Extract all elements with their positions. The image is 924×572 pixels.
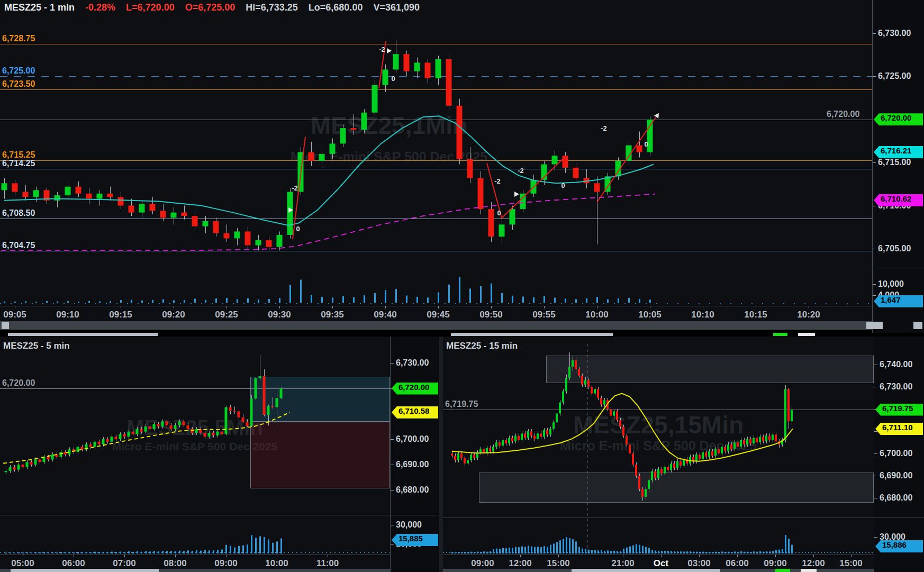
trading-workspace: 6,730.006,725.006,715.006,710.006,705.00… [0, 0, 924, 572]
volume-bar [775, 550, 777, 553]
volume-bar [183, 551, 185, 553]
candle-body [765, 435, 767, 441]
candle-body [259, 376, 261, 378]
volume-bar [537, 547, 539, 553]
time-tick-mark [226, 555, 227, 557]
time-tick-mark [756, 306, 756, 308]
volume-bar [175, 551, 176, 553]
volume-bar [149, 551, 151, 553]
volume-bar [531, 547, 532, 553]
volume-bar [166, 551, 168, 553]
volume-bar [187, 550, 189, 553]
candle-body [651, 471, 653, 480]
volume-bar [623, 549, 624, 553]
candle-body [216, 432, 219, 435]
candle-body [573, 168, 579, 178]
time-label: 12:00 [802, 558, 825, 569]
candle-body [502, 440, 504, 446]
time-tick-mark [775, 555, 776, 557]
time-tick-mark [121, 306, 121, 308]
volume-bar [556, 542, 558, 553]
volume-bar [73, 552, 75, 553]
time-tick-mark [597, 306, 597, 308]
volume-bar [474, 552, 475, 553]
volume-bar [613, 551, 615, 553]
volume-bar [110, 301, 111, 303]
volume-bar [480, 552, 482, 553]
candle-body [212, 433, 215, 435]
volume-bar [718, 552, 720, 553]
time-label: 15:00 [839, 558, 862, 569]
volume-bar [132, 552, 134, 553]
volume-bar [103, 552, 104, 553]
time-tick-mark [661, 555, 662, 557]
volume-bar [618, 298, 619, 303]
volume-bar [162, 299, 164, 303]
volume-bar [759, 551, 761, 553]
volume-bar [14, 302, 16, 303]
volume-bar [196, 550, 197, 553]
volume-bar [90, 552, 92, 553]
time-tick-mark [520, 555, 521, 557]
candle-body [791, 410, 793, 421]
volume-bar [152, 300, 153, 303]
time-label: 10:05 [638, 310, 661, 320]
volume-bar [586, 298, 587, 303]
volume-bar [575, 299, 577, 303]
volume-bar [321, 297, 323, 303]
volume-bar [264, 537, 265, 553]
volume-bar [721, 551, 723, 553]
volume-bar [636, 544, 637, 553]
volume-bar [209, 550, 210, 553]
volume-bar [715, 552, 717, 553]
candle-body [603, 400, 605, 404]
volume-bar [699, 552, 701, 553]
time-label: 09:00 [471, 558, 494, 569]
candle-body [17, 465, 20, 470]
volume-bar [353, 297, 355, 303]
candle-body [695, 455, 697, 461]
volume-bar [5, 552, 7, 553]
candle-body [635, 465, 637, 476]
time-label: 09:20 [162, 310, 185, 320]
volume-bar [750, 552, 751, 553]
candle-body [263, 376, 266, 415]
volume-bar [648, 548, 650, 553]
candle-body [524, 433, 526, 438]
candle-body [746, 439, 748, 445]
candle-body [619, 420, 621, 427]
candle-body [129, 206, 134, 213]
volume-bar [705, 552, 707, 553]
volume-bar [597, 550, 599, 553]
time-tick-mark [174, 306, 174, 308]
time-tick-mark [491, 306, 492, 308]
volume-bar [540, 547, 542, 553]
candle-body [537, 433, 539, 439]
time-label: 03:00 [687, 558, 710, 569]
volume-bar [639, 545, 640, 553]
volume-bar [31, 552, 32, 553]
volume-bar [230, 546, 231, 553]
volume-bar [690, 551, 691, 553]
volume-bar [521, 547, 523, 553]
time-label: 09:50 [479, 310, 502, 320]
volume-bar [242, 546, 244, 553]
candle-body [499, 224, 505, 237]
candle-body [372, 85, 378, 113]
candle-body [591, 387, 593, 394]
candle-body [451, 453, 453, 456]
candle-body [276, 398, 278, 407]
time-label: 10:20 [797, 310, 820, 320]
candle-body [170, 425, 173, 429]
time-tick-mark [385, 306, 386, 308]
volume-bar [645, 547, 647, 553]
volume-bar [455, 552, 456, 553]
time-tick-mark [851, 555, 851, 557]
volume-bar [416, 297, 418, 303]
volume-bar [543, 296, 545, 303]
volume-bar [300, 280, 302, 303]
candle-body [266, 240, 272, 247]
candle-body [30, 462, 33, 465]
candle-body [242, 417, 244, 422]
volume-bar [184, 300, 185, 303]
